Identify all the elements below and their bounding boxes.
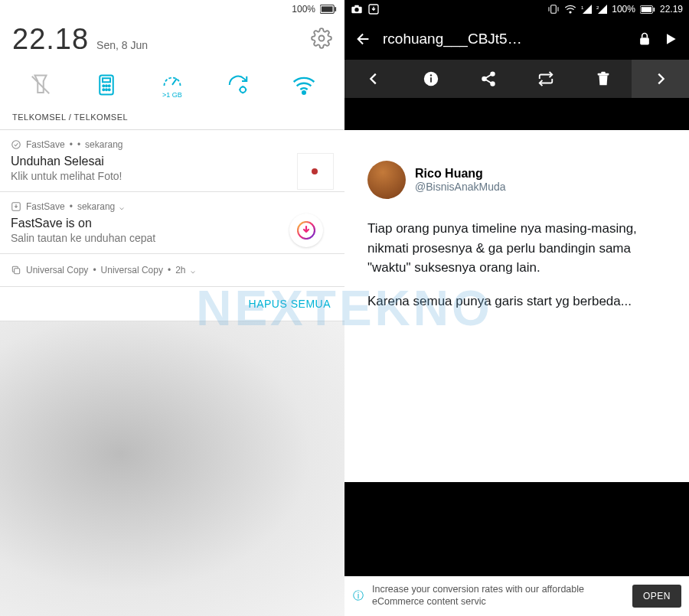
wifi-toggle[interactable] [284,67,324,103]
notification-universal-copy[interactable]: Universal Copy • Universal Copy • 2h ⌵ [0,254,344,287]
svg-point-21 [354,8,358,11]
download-gradient-icon [297,221,315,240]
signal-2-icon: 2 [596,5,607,14]
notification-meta: FastSave • sekarang ⌵ [11,201,334,212]
clock-time: 22.18 [12,23,89,56]
notification-fastsave-download[interactable]: FastSave • • sekarang Unduhan Selesai Kl… [0,130,344,192]
download-status-icon [367,3,380,15]
app-bar: rcohuang___CBJt5… [344,18,689,60]
svg-rect-1 [322,6,333,11]
quick-settings-row: >1 GB [0,64,344,109]
svg-rect-32 [653,8,655,11]
notification-title: FastSave is on [11,217,334,230]
ad-banner[interactable]: ⓘ Increase your conversion rates with ou… [344,576,689,616]
svg-point-15 [302,91,305,94]
data-usage-toggle[interactable]: >1 GB [152,67,192,103]
svg-rect-43 [601,72,606,74]
svg-text:1: 1 [581,5,584,10]
svg-point-10 [103,89,104,90]
sync-gear-icon [227,73,250,96]
battery-icon [640,5,655,14]
share-button[interactable] [459,60,517,98]
gear-icon [311,28,332,49]
tweet-header: Rico Huang @BisnisAnakMuda [367,161,666,199]
svg-rect-31 [642,7,651,12]
svg-rect-33 [640,37,649,44]
svg-line-41 [485,80,491,83]
right-screenshot: 1 2 100% 22.19 rcohuang___CBJt5… Rico [344,0,689,616]
notification-when: sekarang [77,201,115,212]
back-button[interactable] [355,31,372,47]
svg-line-4 [32,77,50,94]
notification-app: Universal Copy [26,265,88,275]
notification-when: 2h [175,265,185,275]
copy-icon [11,265,21,275]
svg-point-11 [106,89,107,90]
notification-thumbnail [297,153,334,190]
svg-line-40 [485,75,491,79]
svg-point-16 [12,141,21,149]
notification-meta: Universal Copy • Universal Copy • 2h ⌵ [11,265,334,275]
svg-point-9 [109,85,110,86]
wifi-icon [292,74,316,96]
viewer-background [344,482,689,576]
settings-gear-button[interactable] [311,28,332,49]
notification-fastsave-on[interactable]: FastSave • sekarang ⌵ FastSave is on Sal… [0,192,344,254]
auto-sync-toggle[interactable] [218,67,258,103]
svg-rect-2 [335,7,336,11]
left-screenshot: 100% 22.18 Sen, 8 Jun >1 GB TELKOMSEL / … [0,0,344,616]
signal-1-icon: 1 [581,5,592,14]
flashlight-toggle[interactable] [21,67,60,103]
svg-point-7 [103,85,104,86]
chevron-left-icon [365,70,382,87]
battery-percent: 100% [292,4,315,15]
lock-button[interactable] [637,31,652,47]
battery-percent: 100% [612,4,635,15]
info-button[interactable] [402,60,459,98]
notification-app: FastSave [26,139,65,150]
notification-when: sekarang [85,139,122,150]
vibrate-icon [547,3,560,15]
repost-button[interactable] [517,60,574,98]
svg-point-12 [109,89,110,90]
carrier-label: TELKOMSEL / TELKOMSEL [0,109,344,129]
arrow-left-icon [355,31,372,47]
calculator-toggle[interactable] [87,67,126,103]
status-clock: 22.19 [660,4,683,15]
toolbar [344,60,689,98]
ad-open-button[interactable]: OPEN [632,585,681,608]
chevron-down-icon[interactable]: ⌵ [119,203,124,211]
camera-status-icon [351,4,363,15]
battery-icon [320,5,337,14]
svg-rect-22 [354,5,358,8]
share-icon [480,70,497,87]
delete-button[interactable] [574,60,632,98]
shade-header: 22.18 Sen, 8 Jun [0,18,344,64]
svg-line-13 [172,79,177,85]
lock-icon [637,31,652,47]
chevron-down-icon[interactable]: ⌵ [191,266,195,275]
image-viewer[interactable]: Rico Huang @BisnisAnakMuda Tiap orang pu… [344,98,689,576]
fastsave-action-icon[interactable] [289,213,323,247]
flashlight-off-icon [29,73,52,96]
notification-app: FastSave [26,201,65,212]
calculator-icon [95,73,118,96]
tweet-body: Tiap orang punya timeline nya masing-mas… [367,219,666,311]
svg-rect-6 [103,78,110,82]
adchoices-icon[interactable]: ⓘ [352,589,364,603]
svg-rect-19 [15,269,20,274]
svg-rect-24 [551,5,557,14]
svg-point-3 [319,36,325,41]
notification-meta: FastSave • • sekarang [11,139,334,150]
notification-subtitle: Salin tautan ke unduhan cepat [11,232,334,244]
svg-text:2: 2 [596,5,599,10]
prev-button[interactable] [344,60,402,98]
next-button[interactable] [632,60,689,98]
status-bar-right: 1 2 100% 22.19 [344,0,689,18]
info-icon [423,70,439,87]
tweet-paragraph: Karena semua punya garis start yg berbed… [367,292,666,311]
play-button[interactable] [663,31,678,47]
clear-all-button[interactable]: HAPUS SEMUA [0,287,344,321]
svg-point-14 [240,87,247,93]
data-usage-label: >1 GB [162,91,182,99]
